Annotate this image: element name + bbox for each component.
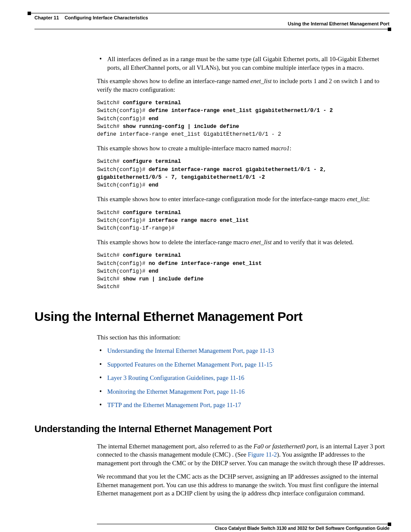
page-footer: Cisco Catalyst Blade Switch 3130 and 303… (34, 524, 389, 532)
chapter-number: Chapter 11 (34, 15, 59, 20)
code-block: Switch# configure terminal Switch(config… (97, 99, 389, 138)
paragraph: This example shows how to create a multi… (97, 144, 389, 153)
paragraph: We recommand that you let the CMC acts a… (97, 473, 389, 498)
footer-guide-title: Cisco Catalyst Blade Switch 3130 and 303… (34, 526, 389, 531)
paragraph: This example shows how to enter interfac… (97, 195, 389, 204)
list-item: Layer 3 Routing Configuration Guidelines… (97, 374, 389, 383)
heading-1: Using the Internal Ethernet Management P… (34, 308, 389, 326)
doc-link[interactable]: Layer 3 Routing Configuration Guidelines… (107, 374, 244, 381)
paragraph: This example shows how to define an inte… (97, 77, 389, 94)
paragraph: The internal Ethernet management port, a… (97, 442, 389, 468)
figure-link[interactable]: Figure 11-2 (248, 451, 277, 458)
code-block: Switch# configure terminal Switch(config… (97, 209, 389, 232)
link-list: Understanding the Internal Ethernet Mana… (97, 347, 389, 410)
code-block: Switch# configure terminal Switch(config… (97, 158, 389, 189)
paragraph: This section has this information: (97, 333, 389, 342)
chapter-title: Configuring Interface Characteristics (65, 15, 148, 20)
section-header: Using the Internal Ethernet Management P… (34, 21, 389, 26)
doc-link[interactable]: Understanding the Internal Ethernet Mana… (107, 347, 274, 354)
heading-2: Understanding the Internal Ethernet Mana… (34, 423, 389, 436)
intro-bullet-list: All interfaces defined as in a range mus… (97, 55, 389, 72)
list-item: Monitoring the Ethernet Management Port,… (97, 388, 389, 396)
list-item: TFTP and the Ethernet Management Port, p… (97, 401, 389, 410)
doc-link[interactable]: Monitoring the Ethernet Management Port,… (107, 388, 245, 395)
chapter-header: Chapter 11 Configuring Interface Charact… (34, 15, 389, 20)
code-block: Switch# configure terminal Switch(config… (97, 252, 389, 291)
list-item: Understanding the Internal Ethernet Mana… (97, 347, 389, 355)
list-item: Supported Features on the Ethernet Manag… (97, 361, 389, 369)
list-item: All interfaces defined as in a range mus… (97, 55, 389, 72)
doc-link[interactable]: Supported Features on the Ethernet Manag… (107, 361, 272, 368)
paragraph: This example shows how to delete the int… (97, 238, 389, 247)
doc-link[interactable]: TFTP and the Ethernet Management Port, p… (107, 401, 241, 408)
